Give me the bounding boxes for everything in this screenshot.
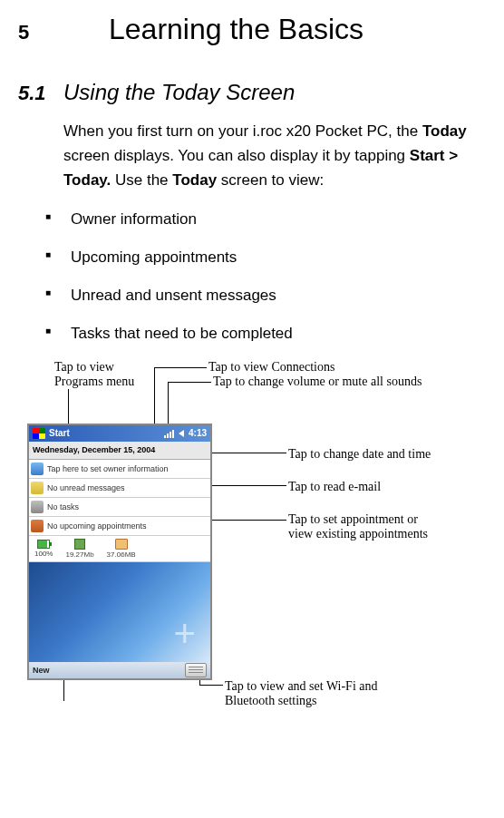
list-item-text: Owner information: [71, 210, 197, 228]
start-button[interactable]: Start: [49, 427, 70, 440]
tasks-icon: [31, 501, 44, 513]
tasks-row[interactable]: No tasks: [29, 498, 210, 517]
leader-line: [68, 389, 69, 425]
memory-icon: [74, 539, 85, 550]
bottom-bar: New: [29, 662, 210, 678]
text-run: Use the: [111, 171, 172, 189]
memory-text: 19.27Mb: [65, 551, 93, 559]
callout-email: Tap to read e-mail: [288, 480, 381, 494]
tasks-text: No tasks: [47, 502, 79, 513]
section-heading: 5.1 Using the Today Screen: [18, 77, 486, 108]
callout-programs-menu: Tap to view Programs menu: [54, 360, 134, 389]
section-number: 5.1: [18, 80, 63, 108]
callout-volume: Tap to change volume or mute all sounds: [213, 375, 422, 389]
callout-appointment-a: Tap to set appointment or: [288, 512, 418, 527]
taskbar[interactable]: Start 4:13: [29, 425, 210, 442]
callout-appointment-b: view existing appointments: [288, 527, 428, 541]
figure: Tap to view Programs menu Tap to view Co…: [27, 360, 486, 705]
windows-flag-icon[interactable]: [33, 428, 45, 439]
battery-text: 100%: [34, 550, 53, 558]
callout-wifi-b: Bluetooth settings: [225, 694, 317, 708]
list-item-text: Tasks that need to be completed: [71, 325, 293, 342]
leader-line: [168, 382, 169, 425]
leader-line: [208, 453, 286, 453]
text-run: screen displays. You can also display it…: [63, 147, 410, 164]
chapter-number: 5: [18, 19, 109, 47]
list-item-text: Upcoming appointments: [71, 248, 237, 266]
status-tray[interactable]: 100% 19.27Mb 37.06MB: [29, 536, 210, 562]
memory-status: 19.27Mb: [65, 539, 93, 559]
list-item: Upcoming appointments: [45, 247, 486, 268]
list-item: Unread and unsent messages: [45, 285, 486, 307]
speaker-icon[interactable]: [179, 430, 184, 437]
battery-icon: [37, 540, 50, 549]
section-title: Using the Today Screen: [63, 77, 295, 108]
messages-text: No unread messages: [47, 482, 125, 494]
clock[interactable]: 4:13: [189, 427, 207, 440]
chapter-heading: 5 Learning the Basics: [18, 9, 486, 50]
text-run: When you first turn on your i.roc x20 Po…: [63, 122, 422, 140]
callout-connections: Tap to view Connections: [208, 360, 334, 375]
owner-info-row[interactable]: Tap here to set owner information: [29, 460, 210, 479]
text-run: screen to view:: [217, 171, 324, 189]
storage-status: 37.06MB: [107, 539, 136, 559]
list-item: Tasks that need to be completed: [45, 323, 486, 345]
mail-icon: [31, 482, 44, 494]
sip-keyboard-icon[interactable]: [185, 663, 207, 677]
storage-text: 37.06MB: [107, 551, 136, 559]
leader-line: [154, 367, 207, 368]
text-run-bold: Today: [172, 171, 217, 189]
appointments-text: No upcoming appointments: [47, 521, 147, 532]
leader-line: [199, 685, 223, 686]
list-item-text: Unread and unsent messages: [71, 287, 276, 304]
appointments-row[interactable]: No upcoming appointments: [29, 517, 210, 536]
new-button[interactable]: New: [33, 665, 50, 677]
bullet-list: Owner information Upcoming appointments …: [45, 209, 486, 344]
intro-paragraph: When you first turn on your i.roc x20 Po…: [63, 119, 486, 193]
leader-line: [208, 520, 286, 521]
today-screen-screenshot: Start 4:13 Wednesday, December 15, 2004 …: [27, 424, 212, 680]
leader-line: [168, 382, 211, 383]
calendar-icon: [31, 520, 44, 532]
storage-icon: [115, 539, 128, 550]
leader-line: [208, 485, 286, 486]
battery-status: 100%: [34, 540, 53, 558]
owner-text: Tap here to set owner information: [47, 463, 169, 475]
leader-line: [154, 367, 155, 425]
list-item: Owner information: [45, 209, 486, 230]
text-run-bold: Today: [422, 122, 467, 140]
callout-wifi-a: Tap to view and set Wi-Fi and: [225, 679, 378, 694]
today-date-row[interactable]: Wednesday, December 15, 2004: [29, 442, 210, 460]
wallpaper-area: +: [29, 562, 210, 662]
owner-icon: [31, 463, 44, 475]
chapter-title: Learning the Basics: [109, 9, 363, 50]
plus-icon: +: [173, 615, 196, 653]
messages-row[interactable]: No unread messages: [29, 479, 210, 498]
signal-icon[interactable]: [164, 429, 174, 438]
callout-date-time: Tap to change date and time: [288, 447, 431, 462]
